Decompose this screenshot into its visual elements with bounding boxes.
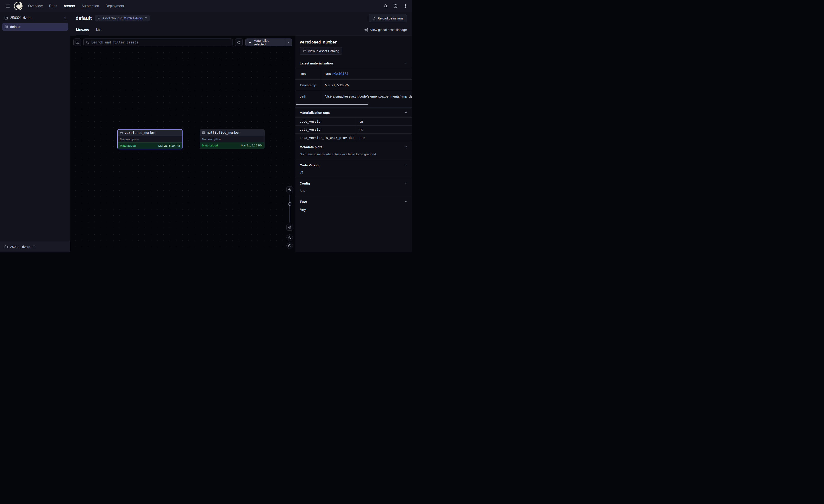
- materialize-selected-label: Materialize selected: [253, 39, 282, 46]
- materialize-selected-button[interactable]: Materialize selected: [245, 38, 292, 46]
- sidebar-group-count: 1: [64, 16, 66, 20]
- chevron-down-icon[interactable]: [404, 111, 408, 114]
- asset-details-panel: versioned_number View in Asset Catalog L…: [295, 35, 412, 252]
- badge-group-link[interactable]: 250321-dvers: [124, 16, 143, 20]
- asset-node-versioned-number[interactable]: versioned_number No description Material…: [117, 129, 183, 149]
- run-value-prefix: Run: [325, 72, 331, 76]
- graph-settings-gear-icon[interactable]: [287, 235, 293, 241]
- timestamp-row: Timestamp Mar 21, 5:29 PM: [295, 80, 412, 91]
- nav-overview[interactable]: Overview: [28, 4, 43, 8]
- gear-icon[interactable]: [403, 4, 408, 8]
- badge-prefix: Asset Group in: [102, 16, 122, 20]
- section-code-version: Code Version v5: [295, 160, 412, 178]
- section-heading: Type: [300, 200, 307, 203]
- asset-detail-title: versioned_number: [300, 40, 408, 44]
- code-version-value: v5: [295, 170, 412, 178]
- nav-assets[interactable]: Assets: [64, 4, 75, 8]
- help-icon[interactable]: [393, 4, 398, 8]
- tag-value: true: [357, 134, 412, 142]
- asset-group-badge[interactable]: Asset Group in 250321-dvers: [95, 15, 149, 21]
- folder-icon: [4, 245, 8, 249]
- table-icon: [120, 131, 123, 134]
- chevron-down-icon[interactable]: [404, 61, 408, 65]
- search-icon[interactable]: [384, 4, 388, 8]
- scrollbar-thumb[interactable]: [296, 104, 368, 105]
- dagster-logo[interactable]: [13, 1, 23, 11]
- asset-node-multiplied-number[interactable]: multiplied_number No description Materia…: [200, 129, 265, 149]
- asset-node-description: No description: [200, 136, 265, 142]
- sidebar-group-label: 250321-dvers: [10, 16, 31, 20]
- asset-search: [83, 38, 233, 46]
- asset-node-name: multiplied_number: [207, 131, 240, 135]
- chevron-down-icon[interactable]: [404, 163, 408, 167]
- materialize-dropdown-caret[interactable]: [285, 39, 292, 46]
- main-nav: Overview Runs Assets Automation Deployme…: [28, 4, 124, 8]
- view-in-asset-catalog-button[interactable]: View in Asset Catalog: [300, 47, 342, 55]
- sparkle-icon: [248, 41, 251, 44]
- tag-key: data_version_is_user_provided: [295, 134, 357, 142]
- tag-key: data_version: [295, 126, 357, 133]
- asset-groups-sidebar: 250321-dvers 1 default 250321-dvers: [0, 12, 70, 252]
- lineage-icon: [365, 28, 368, 32]
- zoom-slider[interactable]: [287, 195, 293, 223]
- materialized-status: Materialized: [202, 144, 218, 147]
- tag-row: data_version_is_user_provided true: [295, 134, 412, 142]
- path-value-link[interactable]: /Users/smackesey/stm/code/elementl/exper…: [325, 95, 412, 98]
- section-heading: Metadata plots: [300, 145, 322, 149]
- sidebar-item-label: default: [10, 25, 20, 29]
- tag-value: 20: [357, 126, 412, 133]
- table-icon: [97, 17, 100, 20]
- asset-group-icon: [5, 25, 8, 28]
- external-link-icon: [303, 49, 306, 52]
- chevron-down-icon[interactable]: [404, 145, 408, 149]
- view-global-lineage-link[interactable]: View global asset lineage: [365, 24, 407, 35]
- refresh-icon[interactable]: [144, 17, 147, 20]
- config-value: Any: [295, 188, 412, 196]
- run-label: Run: [295, 69, 321, 80]
- run-id-link[interactable]: c9a40434: [332, 72, 348, 76]
- asset-node-description: No description: [118, 136, 182, 142]
- nav-runs[interactable]: Runs: [49, 4, 57, 8]
- type-value: Any: [295, 206, 412, 216]
- materialized-timestamp: Mar 21, 5:29 PM: [158, 144, 180, 147]
- materialized-status: Materialized: [120, 144, 136, 147]
- asset-node-name: versioned_number: [125, 131, 156, 135]
- sidebar-item-default[interactable]: default: [2, 23, 68, 31]
- refresh-graph-button[interactable]: [235, 38, 243, 46]
- section-heading: Materialization tags: [300, 111, 330, 114]
- timestamp-label: Timestamp: [295, 80, 321, 91]
- tag-value: v5: [357, 118, 412, 125]
- path-row: path /Users/smackesey/stm/code/elementl/…: [295, 91, 412, 102]
- nav-deployment[interactable]: Deployment: [105, 4, 124, 8]
- materialized-timestamp: Mar 21, 5:25 PM: [241, 144, 263, 147]
- zoom-in-icon[interactable]: [287, 186, 293, 193]
- reload-definitions-label: Reload definitions: [378, 16, 403, 20]
- section-config: Config Any: [295, 178, 412, 196]
- view-global-lineage-label: View global asset lineage: [370, 28, 407, 31]
- section-materialization-tags: Materialization tags code_version v5 dat…: [295, 107, 412, 142]
- chevron-down-icon[interactable]: [404, 181, 408, 185]
- section-latest-materialization: Latest materialization Run Run c9a40434: [295, 58, 412, 107]
- zoom-out-icon[interactable]: [287, 224, 293, 231]
- nav-automation[interactable]: Automation: [82, 4, 99, 8]
- feedback-smiley-icon[interactable]: [287, 243, 293, 249]
- tab-list[interactable]: List: [96, 24, 102, 35]
- refresh-icon[interactable]: [32, 245, 36, 249]
- sidebar-group-row[interactable]: 250321-dvers 1: [0, 12, 70, 22]
- reload-definitions-button[interactable]: Reload definitions: [369, 14, 407, 22]
- top-nav: Overview Runs Assets Automation Deployme…: [0, 0, 412, 12]
- zoom-controls: [287, 186, 293, 249]
- chevron-down-icon[interactable]: [404, 200, 408, 203]
- tab-lineage[interactable]: Lineage: [76, 24, 89, 35]
- search-assets-input[interactable]: [83, 38, 233, 46]
- tag-key: code_version: [295, 118, 357, 125]
- lineage-graph-canvas[interactable]: Materialize selected: [70, 35, 295, 252]
- hamburger-menu-icon[interactable]: [4, 2, 12, 10]
- section-metadata-plots: Metadata plots No numeric metadata entri…: [295, 142, 412, 160]
- horizontal-scrollbar[interactable]: [296, 103, 412, 105]
- run-row: Run Run c9a40434: [295, 69, 412, 80]
- path-label: path: [295, 91, 321, 102]
- section-heading: Latest materialization: [300, 61, 333, 65]
- zoom-slider-handle[interactable]: [288, 202, 291, 206]
- toggle-sidebar-panel-button[interactable]: [73, 38, 81, 46]
